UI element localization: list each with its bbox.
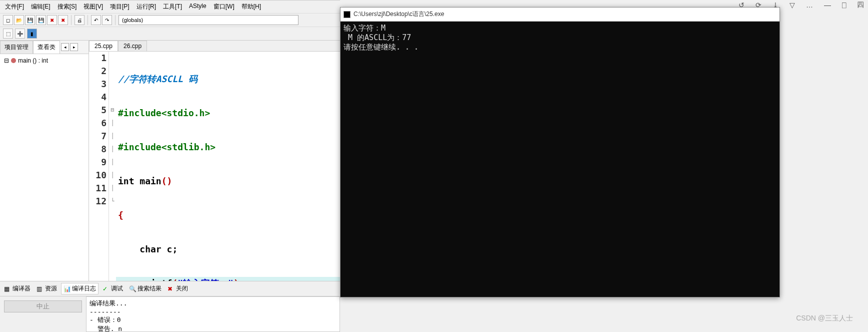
undo-icon[interactable]: ↶ <box>91 15 101 25</box>
tab-compile-log[interactable]: 📊编译日志 <box>61 283 98 294</box>
open-file-icon[interactable]: 📂 <box>14 15 24 25</box>
menu-window[interactable]: 窗口[W] <box>212 2 236 12</box>
compile-log: 编译结果... -------- - 错误：0 警告. n <box>86 296 340 332</box>
menu-view[interactable]: 视图[V] <box>82 2 105 12</box>
line-numbers: 123456789101112 <box>89 52 109 281</box>
nav-next-icon[interactable]: ▸ <box>70 43 78 51</box>
menu-search[interactable]: 搜索[S] <box>56 2 79 12</box>
tree-expand-icon: ⊟ <box>4 57 9 64</box>
console-icon <box>344 11 350 18</box>
tree-item-main[interactable]: ⊟ main () : int <box>2 56 86 65</box>
bookmark-icon[interactable]: ➕ <box>15 29 25 39</box>
main-area: 项目管理 查看类 ◂ ▸ ⊟ main () : int 25.cpp 26.c… <box>0 41 340 281</box>
console-window: C:\Users\zjl\Desktop\c语言\25.exe 输入字符：M M… <box>340 7 780 297</box>
redo-icon[interactable]: ↷ <box>102 15 112 25</box>
menu-edit[interactable]: 编辑[E] <box>29 2 52 12</box>
sidebar-tabs: 项目管理 查看类 ◂ ▸ <box>0 41 88 54</box>
resources-icon: ▥ <box>36 285 44 292</box>
menu-run[interactable]: 运行[R] <box>134 2 158 12</box>
ide-window: 文件[F] 编辑[E] 搜索[S] 视图[V] 项目[P] 运行[R] 工具[T… <box>0 0 340 332</box>
tab-compiler[interactable]: ▦编译器 <box>2 283 32 294</box>
download-icon[interactable]: ⤓ <box>770 1 780 9</box>
console-output[interactable]: 输入字符：M M 的ASCLL为：77 请按任意键继续. . . <box>340 22 780 54</box>
close-icon: ✖ <box>168 285 174 292</box>
toolbar-secondary: ⬚ ➕ ▮ <box>0 27 340 41</box>
save-icon[interactable]: 💾 <box>25 15 35 25</box>
tab-project[interactable]: 项目管理 <box>0 41 33 54</box>
code-editor[interactable]: 123456789101112 ⊟││││││└ //字符转ASCLL 码 #i… <box>89 52 340 281</box>
separator-icon <box>88 15 88 25</box>
tab-debug[interactable]: ✓调试 <box>100 283 125 294</box>
class-tree: ⊟ main () : int <box>0 54 88 281</box>
more-icon[interactable]: … <box>804 1 815 9</box>
close-all-icon[interactable]: ✖ <box>58 15 68 25</box>
menu-tools[interactable]: 工具[T] <box>161 2 184 12</box>
abort-button[interactable]: 中止 <box>4 300 82 312</box>
sidebar: 项目管理 查看类 ◂ ▸ ⊟ main () : int <box>0 41 89 281</box>
file-tab-25[interactable]: 25.cpp <box>89 41 118 51</box>
bottom-tabs: ▦编译器 ▥资源 📊编译日志 ✓调试 🔍搜索结果 ✖关闭 <box>0 281 340 296</box>
compiler-icon: ▦ <box>4 285 11 292</box>
tab-resources[interactable]: ▥资源 <box>34 283 59 294</box>
separator-icon <box>115 15 116 25</box>
tab-search-results[interactable]: 🔍搜索结果 <box>127 283 164 294</box>
file-tabs: 25.cpp 26.cpp <box>89 41 340 52</box>
search-icon: 🔍 <box>129 285 136 292</box>
abort-area: 中止 <box>0 296 86 332</box>
globals-dropdown[interactable]: (globals) <box>118 15 298 25</box>
tree-item-label: main () : int <box>18 57 48 64</box>
file-tab-26[interactable]: 26.cpp <box>118 41 147 51</box>
insert-icon[interactable]: ⬚ <box>3 29 13 39</box>
save-all-icon[interactable]: 💾 <box>36 15 46 25</box>
toolbar-main: ◻ 📂 💾 💾 ✖ ✖ 🖨 ↶ ↷ (globals) <box>0 14 340 27</box>
fold-column: ⊟││││││└ <box>109 52 116 281</box>
forward-icon[interactable]: ⟳ <box>754 1 764 9</box>
bottom-panel: 中止 编译结果... -------- - 错误：0 警告. n <box>0 296 340 332</box>
console-titlebar[interactable]: C:\Users\zjl\Desktop\c语言\25.exe <box>340 8 780 22</box>
menubar: 文件[F] 编辑[E] 搜索[S] 视图[V] 项目[P] 运行[R] 工具[T… <box>0 1 340 14</box>
grid-icon[interactable]: 四 <box>855 1 866 10</box>
console-title-text: C:\Users\zjl\Desktop\c语言\25.exe <box>354 10 444 19</box>
watermark: CSDN @三玉人士 <box>796 314 853 323</box>
tab-close[interactable]: ✖关闭 <box>166 283 190 294</box>
menu-help[interactable]: 帮助[H] <box>240 2 263 12</box>
editor-pane: 25.cpp 26.cpp 123456789101112 ⊟││││││└ /… <box>89 41 340 281</box>
debug-icon: ✓ <box>102 285 110 292</box>
print-icon[interactable]: 🖨 <box>74 15 84 25</box>
goto-icon[interactable]: ▮ <box>27 29 37 39</box>
tab-classes[interactable]: 查看类 <box>33 41 60 54</box>
menu-project[interactable]: 项目[P] <box>108 2 132 12</box>
reload-icon[interactable]: ↺ <box>736 1 746 9</box>
new-file-icon[interactable]: ◻ <box>3 15 13 25</box>
menu-file[interactable]: 文件[F] <box>3 2 26 12</box>
close-file-icon[interactable]: ✖ <box>47 15 57 25</box>
separator-icon <box>71 15 72 25</box>
nav-prev-icon[interactable]: ◂ <box>61 43 69 51</box>
minimize-icon[interactable]: — <box>822 1 833 9</box>
maximize-icon[interactable]: ⎕ <box>840 1 848 9</box>
browser-toolbar-icons: ↺ ⟳ ⤓ ▽ … — ⎕ 四 <box>736 0 866 10</box>
log-icon: 📊 <box>64 285 70 292</box>
menu-astyle[interactable]: AStyle <box>187 2 208 12</box>
code-lines: //字符转ASCLL 码 #include<stdio.h> #include<… <box>116 52 340 281</box>
chevron-down-icon[interactable]: ▽ <box>788 1 797 9</box>
function-icon <box>11 58 16 63</box>
